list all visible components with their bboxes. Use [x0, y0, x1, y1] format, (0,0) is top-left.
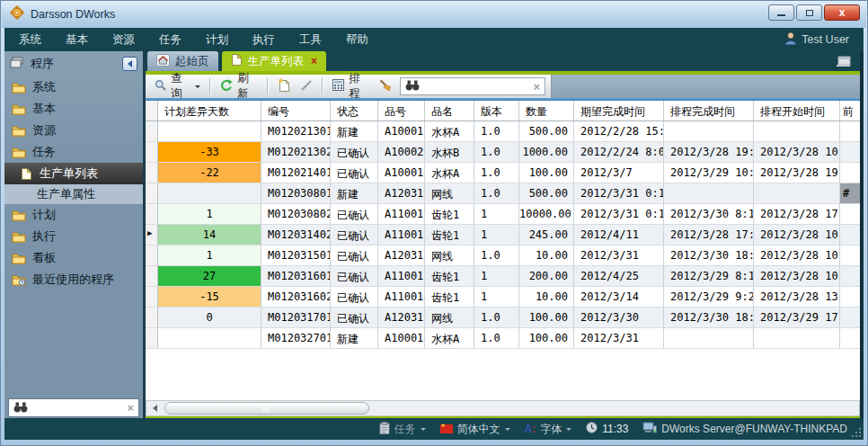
cell-start[interactable]: 2012/3/28 17:13 — [754, 204, 840, 224]
cell-start[interactable] — [754, 121, 840, 141]
row-indicator[interactable] — [146, 121, 158, 141]
cell-ver[interactable]: 1 — [474, 287, 519, 307]
sidebar-item[interactable]: 基本 — [4, 98, 143, 120]
cell-no[interactable]: M012031402 — [261, 225, 331, 245]
column-header-status[interactable]: 状态 — [331, 101, 378, 120]
cell-status[interactable]: 已确认 — [331, 163, 378, 183]
column-header-ind[interactable] — [146, 101, 158, 120]
cell-no[interactable]: M012032701 — [261, 328, 331, 348]
font-dropdown[interactable]: A: 字体 — [525, 422, 572, 437]
table-row[interactable]: 27M012031601已确认A11001齿轮11200.002012/4/25… — [146, 266, 860, 287]
cell-qty[interactable]: 200.00 — [519, 266, 574, 286]
resize-grip[interactable] — [852, 428, 861, 437]
cell-name[interactable]: 网线 — [425, 308, 474, 327]
cell-end[interactable]: 2012/3/30 8:15 — [664, 204, 754, 224]
cell-no[interactable]: M012021401 — [261, 163, 331, 183]
row-indicator[interactable] — [146, 183, 158, 203]
cell-name[interactable]: 水杯A — [425, 328, 474, 348]
tab-home[interactable]: 起始页 — [147, 51, 218, 71]
cell-name[interactable]: 水杯B — [425, 142, 474, 162]
cell-end[interactable]: 2012/3/29 9:20 — [664, 287, 754, 307]
cell-name[interactable]: 网线 — [425, 183, 474, 203]
cell-no[interactable]: M012031601 — [261, 266, 331, 286]
cell-due[interactable]: 2012/2/28 15:00 — [574, 121, 664, 141]
column-header-item[interactable]: 品号 — [378, 101, 425, 120]
cell-status[interactable]: 新建 — [331, 183, 378, 203]
row-indicator[interactable] — [146, 328, 158, 348]
task-dropdown[interactable]: 任务 — [379, 422, 426, 437]
window-list-icon[interactable] — [836, 55, 851, 71]
menu-item[interactable]: 资源 — [112, 32, 135, 48]
sidebar-item[interactable]: 看板 — [4, 247, 143, 269]
cell-diff[interactable]: -22 — [158, 163, 261, 183]
cell-qty[interactable]: 100.00 — [519, 308, 574, 327]
cell-no[interactable]: M012031701 — [261, 308, 331, 327]
cell-start[interactable]: 2012/3/29 17:46 — [754, 308, 840, 327]
cell-extra[interactable] — [840, 287, 860, 307]
table-row[interactable]: 1M012030802已确认A11001齿轮1110000.002012/3/3… — [146, 204, 860, 225]
sidebar-item[interactable]: 最近使用的程序 — [4, 269, 143, 290]
cell-qty[interactable]: 500.00 — [519, 121, 574, 141]
cell-item[interactable]: A10002 — [378, 142, 425, 162]
cell-ver[interactable]: 1.0 — [474, 328, 519, 348]
cell-diff[interactable]: 14 — [158, 225, 261, 245]
column-header-qty[interactable]: 数量 — [519, 101, 574, 120]
cell-extra[interactable] — [840, 121, 860, 141]
menu-item[interactable]: 系统 — [19, 32, 41, 48]
scroll-left-button[interactable] — [148, 403, 161, 414]
cell-status[interactable]: 已确认 — [331, 266, 378, 286]
cell-due[interactable]: 2012/3/14 — [574, 287, 664, 307]
language-dropdown[interactable]: 简体中文 — [440, 422, 510, 437]
cell-start[interactable]: 2012/3/28 10:52 — [754, 142, 840, 162]
cell-ver[interactable]: 1.0 — [474, 183, 519, 203]
cell-end[interactable]: 2012/3/28 19:10 — [664, 142, 754, 162]
cell-no[interactable]: M012031602 — [261, 287, 331, 307]
cell-ver[interactable]: 1.0 — [474, 308, 519, 327]
cell-end[interactable] — [664, 183, 754, 203]
cell-extra[interactable] — [840, 204, 860, 224]
cell-diff[interactable] — [158, 183, 261, 203]
cell-extra[interactable]: # — [840, 183, 860, 203]
scrollbar-thumb[interactable] — [164, 402, 369, 415]
new-button[interactable] — [274, 76, 294, 96]
cell-diff[interactable]: 1 — [158, 204, 261, 224]
maximize-button[interactable] — [796, 4, 822, 21]
cell-start[interactable]: 2012/3/28 10:52 — [754, 225, 840, 245]
cell-no[interactable]: M012021301 — [261, 121, 331, 141]
cell-qty[interactable]: 10.00 — [519, 287, 574, 307]
cell-start[interactable]: 2012/3/28 10:52 — [754, 266, 840, 286]
cell-due[interactable]: 2012/3/30 — [574, 308, 664, 327]
table-row[interactable]: 0M012031701已确认A12031网线1.0100.002012/3/30… — [146, 308, 860, 328]
cell-extra[interactable] — [840, 266, 860, 286]
cell-status[interactable]: 已确认 — [331, 142, 378, 162]
row-indicator[interactable] — [146, 308, 158, 327]
cell-due[interactable]: 2012/2/24 8:00 — [574, 142, 664, 162]
cell-extra[interactable] — [840, 142, 860, 162]
cell-name[interactable]: 齿轮1 — [425, 225, 474, 245]
cell-status[interactable]: 已确认 — [331, 245, 378, 265]
clear-filter-button[interactable]: × — [533, 81, 540, 93]
cell-status[interactable]: 新建 — [331, 121, 378, 141]
cell-no[interactable]: M012030802 — [261, 204, 331, 224]
sidebar-item[interactable]: 系统 — [4, 76, 143, 98]
cell-start[interactable]: 2012/3/28 13:40 — [754, 287, 840, 307]
table-row[interactable]: ▶14M012031402已确认A11001齿轮11245.002012/4/1… — [146, 225, 860, 245]
table-row[interactable]: -15M012031602已确认A11001齿轮1110.002012/3/14… — [146, 287, 860, 308]
tab-production-order-list[interactable]: 生产单列表 × — [222, 51, 327, 71]
row-indicator[interactable] — [146, 287, 158, 307]
sidebar-item[interactable]: 计划 — [4, 204, 143, 226]
cell-no[interactable]: M012031501 — [261, 245, 331, 265]
edit-button[interactable] — [297, 77, 316, 96]
cell-due[interactable]: 2012/3/31 — [574, 328, 664, 348]
cell-end[interactable] — [664, 121, 754, 141]
column-header-start[interactable]: 排程开始时间 — [754, 101, 840, 120]
row-indicator[interactable] — [146, 204, 158, 224]
cell-ver[interactable]: 1.0 — [474, 245, 519, 265]
close-button[interactable]: x — [824, 4, 860, 21]
cell-ver[interactable]: 1 — [474, 225, 519, 245]
cell-name[interactable]: 齿轮1 — [425, 287, 474, 307]
cell-diff[interactable]: 1 — [158, 245, 261, 265]
cell-extra[interactable] — [840, 308, 860, 327]
cell-name[interactable]: 齿轮1 — [425, 204, 474, 224]
close-tab-icon[interactable]: × — [311, 55, 317, 67]
